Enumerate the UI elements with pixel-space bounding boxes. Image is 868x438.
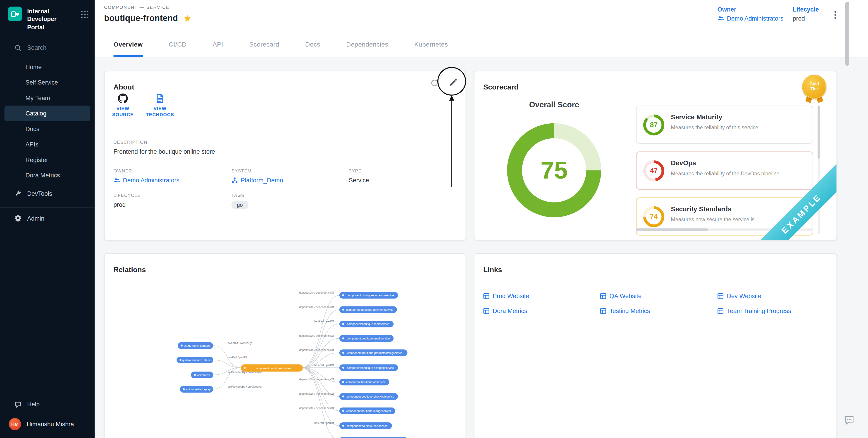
tab-dependencies[interactable]: Dependencies [346, 31, 388, 57]
help-label: Help [27, 401, 40, 407]
tab-cicd[interactable]: CI/CD [169, 31, 187, 57]
owner-field-value: Demo Administrators [123, 177, 180, 183]
lifecycle-label: Lifecycle [793, 6, 819, 13]
owner-label: Owner [717, 6, 783, 13]
checks-vertical-scrollbar[interactable] [817, 106, 820, 234]
relation-node[interactable]: component:boutique-emailservice [339, 335, 394, 342]
feedback-chat-icon[interactable] [842, 413, 856, 427]
check-score: 87 [646, 117, 662, 133]
relation-node[interactable]: component:boutique-checkoutservice [339, 393, 398, 400]
relations-card: Relations [104, 253, 466, 438]
link-team-training[interactable]: Team Training Progress [717, 306, 791, 315]
tab-scorecard[interactable]: Scorecard [249, 31, 279, 57]
check-gauge: 74 [643, 206, 664, 227]
edit-pencil-button[interactable] [447, 77, 459, 88]
sidebar-item-docs[interactable]: Docs [0, 121, 95, 137]
svg-text:component:boutique-shippingser: component:boutique-shippingservice [347, 366, 394, 370]
type-field: TYPE Service [349, 169, 369, 183]
check-service-maturity[interactable]: 87 Service Maturity Measures the reliabi… [636, 106, 813, 144]
system-field-link[interactable]: Platform_Demo [231, 177, 283, 183]
relation-node[interactable]: component:boutique-redisservice [339, 321, 394, 327]
sidebar: Internal Developer Portal Search Home Se… [0, 0, 95, 438]
link-label: Prod Website [493, 293, 529, 299]
overview-content: About [95, 58, 868, 438]
sidebar-item-home[interactable]: Home [0, 59, 95, 75]
check-description: Measures the reliability of this service [671, 124, 807, 130]
relation-node-api-pmtest[interactable]: api:pmtest [191, 372, 213, 378]
edge-label: apiProvidedBy / providesApi [227, 385, 262, 388]
admin-label: Admin [27, 215, 44, 222]
relation-node[interactable]: component:boutique-productcatalogservice [339, 349, 407, 356]
edge-label: hasPart / partOf [314, 320, 334, 323]
overall-score-donut: 75 [507, 124, 601, 217]
check-devops[interactable]: 47 DevOps Measures the reliability of th… [636, 151, 813, 190]
sidebar-item-self-service[interactable]: Self Service [0, 75, 95, 90]
lifecycle-value: prod [793, 15, 819, 22]
lifecycle-field-label: LIFECYCLE [114, 193, 141, 198]
sidebar-item-devtools[interactable]: DevTools [0, 185, 95, 202]
type-field-value: Service [349, 177, 369, 183]
brand-title: Internal Developer Portal [27, 7, 75, 31]
edge-label: dependsOn / dependencyOf [299, 348, 334, 352]
relation-node[interactable]: component:boutique-currencyservice [339, 292, 398, 299]
tab-docs[interactable]: Docs [305, 31, 320, 57]
edge-label: ownerOf / ownedBy [227, 341, 252, 345]
svg-text:component:boutique-emailservic: component:boutique-emailservice [347, 337, 390, 340]
sidebar-item-apis[interactable]: APIs [0, 136, 95, 152]
link-dora-metrics[interactable]: Dora Metrics [483, 306, 600, 315]
people-icon [114, 177, 120, 183]
refresh-button[interactable] [429, 77, 440, 89]
favorite-star-icon[interactable] [184, 14, 192, 22]
system-field-label: SYSTEM [231, 169, 283, 174]
owner-value-link[interactable]: Demo Administrators [717, 15, 783, 22]
relation-node-center[interactable]: component:boutique-frontend [241, 364, 303, 372]
page-scrollbar-thumb[interactable] [845, 2, 849, 66]
tag-chip-go[interactable]: go [231, 201, 248, 209]
svg-text:component:boutique-adservice: component:boutique-adservice [346, 380, 385, 384]
view-source-button[interactable]: VIEW SOURCE [110, 93, 136, 118]
kebab-menu-icon[interactable] [831, 9, 840, 21]
link-dev-website[interactable]: Dev Website [717, 291, 791, 300]
link-prod-website[interactable]: Prod Website [483, 291, 600, 300]
relation-node-owner[interactable]: Demo Administrators [178, 342, 213, 349]
dashboard-icon [717, 293, 724, 299]
relation-node[interactable]: component:boutique-paymentservice [339, 306, 397, 313]
relation-node[interactable]: component:boutique-recommendationservice [339, 437, 407, 438]
view-techdocs-button[interactable]: VIEW TECHDOCS [145, 93, 176, 118]
sidebar-item-register[interactable]: Register [0, 152, 95, 168]
user-profile[interactable]: HM Himanshu Mishra [0, 412, 95, 432]
help-chat-icon [14, 401, 22, 408]
relation-node[interactable]: component:boutique-cartservice [339, 423, 392, 429]
sidebar-search[interactable]: Search [14, 44, 95, 51]
devtools-label: DevTools [27, 190, 52, 197]
type-field-label: TYPE [349, 169, 369, 174]
edge-label: dependsOn / dependencyOf [299, 378, 334, 381]
link-qa-website[interactable]: QA Website [600, 291, 717, 300]
page-title: boutique-frontend [104, 13, 178, 23]
sidebar-item-my-team[interactable]: My Team [0, 90, 95, 106]
link-testing-metrics[interactable]: Testing Metrics [600, 306, 717, 315]
breadcrumb: COMPONENT — SERVICE [104, 5, 169, 10]
tags-field: TAGS go [231, 193, 248, 209]
sidebar-item-catalog[interactable]: Catalog [4, 106, 90, 121]
graph-logo-icon [10, 9, 20, 19]
owner-field-link[interactable]: Demo Administrators [114, 177, 180, 183]
relation-node-system[interactable]: system:Platform_Demo [177, 357, 213, 363]
tab-kubernetes[interactable]: Kubernetes [414, 31, 448, 57]
svg-text:component:boutique-frontend: component:boutique-frontend [254, 367, 292, 370]
gear-icon [14, 215, 22, 222]
relation-node[interactable]: component:boutique-shippingservice [339, 364, 398, 371]
sidebar-item-admin[interactable]: Admin [0, 210, 95, 227]
techdocs-icon [155, 93, 165, 103]
relation-node[interactable]: component:boutique-adservice [339, 379, 389, 385]
tab-api[interactable]: API [213, 31, 223, 57]
relation-node-api-graphql[interactable]: api:danesh-graphql [180, 386, 213, 393]
check-name: Service Maturity [671, 113, 722, 121]
sidebar-item-dora-metrics[interactable]: Dora Metrics [0, 167, 95, 183]
user-name: Himanshu Mishra [27, 421, 74, 427]
tab-overview[interactable]: Overview [114, 31, 143, 57]
relation-node[interactable]: component:boutique-loadgenerator [339, 407, 395, 414]
dashboard-icon [600, 308, 606, 314]
sidebar-item-help[interactable]: Help [0, 396, 95, 412]
apps-grid-icon[interactable] [80, 10, 88, 18]
